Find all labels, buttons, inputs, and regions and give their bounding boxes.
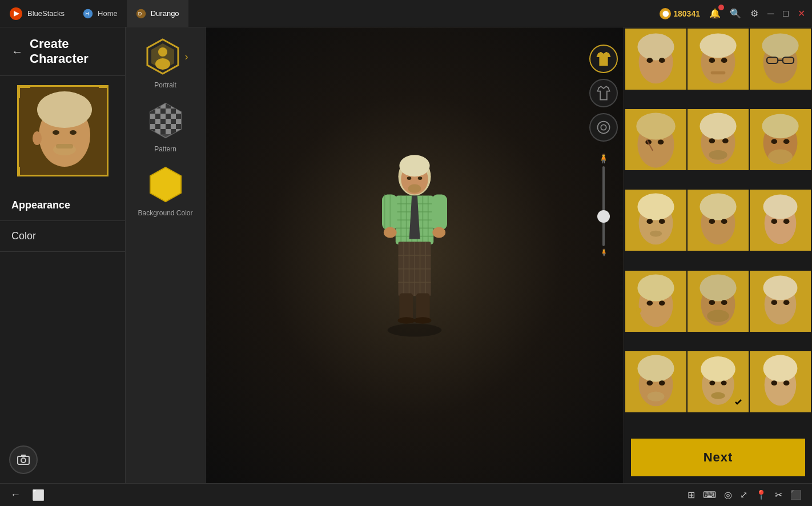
portrait-hex-row: › bbox=[143, 37, 188, 77]
title-bar: BlueStacks H Home D Durango ⬤ 180341 🔔 bbox=[0, 0, 812, 27]
cut-icon[interactable]: ✂ bbox=[774, 488, 783, 501]
face-svg-15 bbox=[750, 351, 811, 412]
gallery-item[interactable] bbox=[625, 190, 686, 251]
gallery-item[interactable] bbox=[750, 29, 811, 90]
svg-point-141 bbox=[771, 139, 777, 144]
bluestacks-tab[interactable]: BlueStacks bbox=[0, 0, 74, 27]
svg-point-135 bbox=[709, 139, 715, 144]
gallery-item[interactable] bbox=[625, 351, 686, 412]
portrait-face-svg bbox=[19, 87, 108, 176]
svg-point-105 bbox=[414, 317, 431, 323]
minimize-icon[interactable]: ─ bbox=[765, 6, 776, 21]
svg-point-191 bbox=[763, 355, 798, 381]
maximize-icon[interactable]: □ bbox=[781, 6, 791, 21]
outfit-button[interactable] bbox=[589, 45, 618, 73]
svg-rect-55 bbox=[150, 124, 155, 129]
gallery-item[interactable] bbox=[625, 271, 686, 332]
pattern-option[interactable]: Pattern bbox=[132, 101, 198, 153]
svg-rect-40 bbox=[166, 109, 171, 114]
page-title: Create Character bbox=[30, 37, 114, 66]
durango-tab[interactable]: D Durango bbox=[127, 0, 188, 27]
settings-icon[interactable]: ⚙ bbox=[748, 6, 761, 21]
svg-point-179 bbox=[637, 355, 674, 381]
taskbar-right: ⊞ ⌨ ◎ ⤢ 📍 ✂ ⬛ bbox=[686, 488, 803, 501]
svg-point-147 bbox=[646, 219, 653, 224]
zoom-control: 🧍 🧍 bbox=[598, 153, 609, 256]
gallery-item[interactable] bbox=[750, 271, 811, 332]
zoom-thumb[interactable] bbox=[597, 210, 610, 223]
view-controls: 🧍 🧍 bbox=[589, 33, 618, 256]
svg-point-27 bbox=[158, 47, 167, 57]
gallery-item[interactable] bbox=[688, 109, 749, 170]
gallery-item[interactable] bbox=[688, 271, 749, 332]
main-area: ← Create Character bbox=[0, 27, 812, 483]
home-nav-icon[interactable]: ⬜ bbox=[31, 488, 46, 503]
square-icon[interactable]: ⬛ bbox=[789, 488, 803, 501]
customization-panel: › Portrait bbox=[126, 27, 206, 483]
location-icon[interactable]: 📍 bbox=[754, 488, 768, 501]
search-icon[interactable]: 🔍 bbox=[727, 6, 743, 21]
undershirt-button[interactable] bbox=[589, 79, 618, 107]
svg-point-73 bbox=[408, 184, 421, 193]
svg-rect-44 bbox=[155, 114, 160, 119]
svg-rect-57 bbox=[160, 124, 166, 129]
svg-point-70 bbox=[399, 155, 429, 176]
gallery-item[interactable] bbox=[625, 29, 686, 90]
back-nav-icon[interactable]: ← bbox=[9, 488, 22, 502]
character-gallery: Next bbox=[624, 27, 812, 483]
next-button[interactable]: Next bbox=[631, 439, 805, 476]
svg-point-104 bbox=[398, 317, 415, 323]
zoom-track bbox=[602, 166, 605, 246]
gallery-item[interactable] bbox=[750, 109, 811, 170]
accessory-button[interactable] bbox=[589, 113, 618, 142]
svg-point-165 bbox=[636, 308, 641, 313]
svg-rect-47 bbox=[171, 114, 176, 119]
notification-icon[interactable]: 🔔 bbox=[707, 6, 723, 21]
svg-point-134 bbox=[700, 113, 736, 140]
gallery-item[interactable] bbox=[688, 190, 749, 251]
pattern-hexagon bbox=[146, 101, 186, 140]
svg-point-111 bbox=[637, 34, 674, 61]
svg-point-193 bbox=[783, 380, 790, 385]
svg-point-154 bbox=[721, 219, 727, 224]
portrait-label: Portrait bbox=[154, 81, 176, 89]
svg-point-169 bbox=[709, 300, 715, 305]
gallery-item[interactable] bbox=[750, 190, 811, 251]
gallery-item[interactable] bbox=[625, 109, 686, 170]
home-tab[interactable]: H Home bbox=[74, 0, 127, 27]
nav-item-color[interactable]: Color bbox=[0, 221, 125, 252]
gallery-item-selected[interactable] bbox=[688, 351, 749, 412]
accessory-icon bbox=[596, 119, 612, 135]
svg-point-157 bbox=[763, 195, 798, 219]
portrait-option[interactable]: › Portrait bbox=[132, 37, 198, 89]
svg-point-28 bbox=[155, 58, 170, 70]
svg-point-192 bbox=[771, 380, 777, 385]
svg-point-153 bbox=[709, 219, 715, 224]
keyboard-icon[interactable]: ⌨ bbox=[702, 488, 717, 501]
svg-rect-38 bbox=[155, 109, 160, 114]
svg-rect-34 bbox=[166, 103, 171, 109]
shirt-icon bbox=[596, 51, 612, 67]
gallery-item[interactable] bbox=[688, 29, 749, 90]
svg-rect-63 bbox=[160, 129, 166, 134]
fullscreen-icon[interactable]: ⤢ bbox=[739, 488, 749, 501]
target-icon[interactable]: ◎ bbox=[723, 488, 733, 501]
gallery-item[interactable] bbox=[750, 351, 811, 412]
svg-point-92 bbox=[432, 227, 445, 238]
title-bar-icons: 🔔 🔍 ⚙ ─ □ ✕ bbox=[707, 6, 807, 21]
background-color-option[interactable]: Background Color bbox=[132, 164, 198, 217]
svg-marker-67 bbox=[150, 167, 181, 202]
svg-rect-56 bbox=[155, 124, 160, 129]
close-icon[interactable]: ✕ bbox=[795, 6, 807, 21]
nav-item-appearance[interactable]: Appearance bbox=[0, 190, 125, 221]
svg-point-185 bbox=[701, 356, 735, 381]
page-header: ← Create Character bbox=[0, 27, 125, 76]
sidebar: ← Create Character bbox=[0, 27, 126, 483]
screenshot-button[interactable] bbox=[9, 445, 38, 474]
apps-icon[interactable]: ⊞ bbox=[686, 488, 696, 501]
svg-point-182 bbox=[648, 391, 665, 401]
svg-point-8 bbox=[37, 91, 92, 128]
back-button[interactable]: ← bbox=[11, 45, 23, 58]
svg-rect-48 bbox=[176, 114, 181, 119]
svg-point-122 bbox=[762, 34, 798, 58]
